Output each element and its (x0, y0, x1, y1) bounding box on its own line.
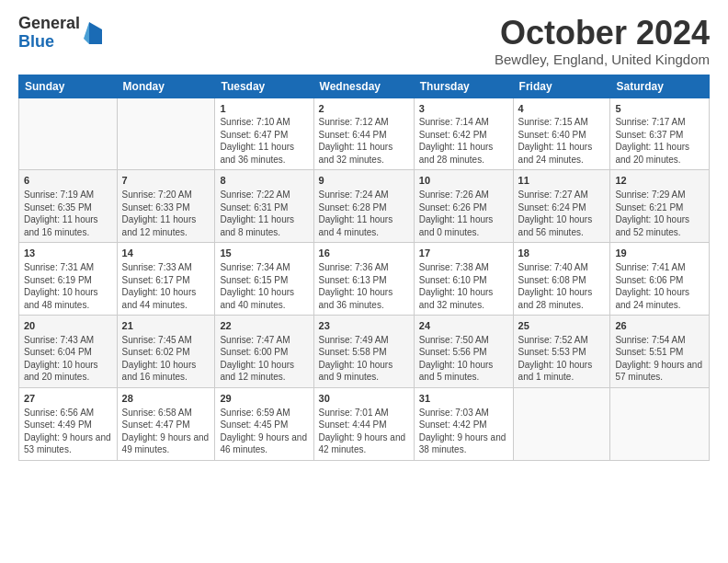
day-number: 16 (319, 247, 409, 260)
calendar-header-row: Sunday Monday Tuesday Wednesday Thursday… (19, 75, 710, 98)
day-info: Sunrise: 7:45 AM Sunset: 6:02 PM Dayligh… (122, 334, 210, 384)
day-info: Sunrise: 7:34 AM Sunset: 6:15 PM Dayligh… (220, 261, 308, 311)
day-info: Sunrise: 7:19 AM Sunset: 6:35 PM Dayligh… (24, 189, 112, 238)
day-number: 31 (419, 392, 508, 406)
calendar-week-row: 1Sunrise: 7:10 AM Sunset: 6:47 PM Daylig… (19, 98, 710, 170)
calendar-cell: 23Sunrise: 7:49 AM Sunset: 5:58 PM Dayli… (313, 316, 414, 388)
day-number: 21 (122, 319, 210, 333)
calendar-cell: 1Sunrise: 7:10 AM Sunset: 6:47 PM Daylig… (215, 98, 313, 170)
day-number: 7 (122, 174, 210, 188)
day-number: 2 (319, 102, 409, 116)
calendar-cell: 19Sunrise: 7:41 AM Sunset: 6:06 PM Dayli… (610, 243, 710, 316)
day-info: Sunrise: 7:17 AM Sunset: 6:37 PM Dayligh… (615, 116, 704, 166)
calendar-cell: 4Sunrise: 7:15 AM Sunset: 6:40 PM Daylig… (513, 98, 610, 170)
day-info: Sunrise: 7:26 AM Sunset: 6:26 PM Dayligh… (419, 189, 508, 238)
calendar-week-row: 27Sunrise: 6:56 AM Sunset: 4:49 PM Dayli… (19, 387, 710, 460)
day-number: 22 (220, 319, 308, 333)
location: Bewdley, England, United Kingdom (495, 52, 710, 67)
day-number: 4 (518, 102, 606, 116)
logo: General Blue (18, 15, 104, 52)
day-number: 11 (518, 174, 606, 188)
day-number: 29 (220, 392, 308, 406)
calendar-cell: 10Sunrise: 7:26 AM Sunset: 6:26 PM Dayli… (414, 170, 513, 243)
day-number: 15 (220, 247, 308, 260)
day-info: Sunrise: 7:31 AM Sunset: 6:19 PM Dayligh… (24, 261, 112, 311)
day-info: Sunrise: 6:56 AM Sunset: 4:49 PM Dayligh… (24, 407, 112, 456)
day-number: 12 (615, 174, 704, 188)
calendar-cell: 16Sunrise: 7:36 AM Sunset: 6:13 PM Dayli… (313, 243, 414, 316)
day-info: Sunrise: 7:27 AM Sunset: 6:24 PM Dayligh… (518, 189, 606, 238)
calendar-cell: 30Sunrise: 7:01 AM Sunset: 4:44 PM Dayli… (313, 387, 414, 460)
calendar-week-row: 20Sunrise: 7:43 AM Sunset: 6:04 PM Dayli… (19, 316, 710, 388)
logo-general: General (18, 15, 80, 33)
day-info: Sunrise: 7:29 AM Sunset: 6:21 PM Dayligh… (615, 189, 704, 238)
day-info: Sunrise: 6:59 AM Sunset: 4:45 PM Dayligh… (220, 407, 308, 456)
calendar-cell: 27Sunrise: 6:56 AM Sunset: 4:49 PM Dayli… (19, 387, 118, 460)
day-info: Sunrise: 7:41 AM Sunset: 6:06 PM Dayligh… (615, 261, 704, 311)
day-info: Sunrise: 7:52 AM Sunset: 5:53 PM Dayligh… (518, 334, 606, 384)
page: General Blue October 2024 Bewdley, Engla… (0, 0, 728, 470)
day-number: 25 (518, 319, 606, 333)
calendar-cell: 11Sunrise: 7:27 AM Sunset: 6:24 PM Dayli… (513, 170, 610, 243)
day-number: 23 (319, 319, 409, 333)
day-info: Sunrise: 7:03 AM Sunset: 4:42 PM Dayligh… (419, 407, 508, 456)
calendar-cell: 29Sunrise: 6:59 AM Sunset: 4:45 PM Dayli… (215, 387, 313, 460)
day-info: Sunrise: 7:15 AM Sunset: 6:40 PM Dayligh… (518, 116, 606, 166)
day-number: 6 (24, 174, 112, 188)
col-monday: Monday (117, 75, 215, 98)
calendar-cell: 7Sunrise: 7:20 AM Sunset: 6:33 PM Daylig… (117, 170, 215, 243)
day-info: Sunrise: 7:12 AM Sunset: 6:44 PM Dayligh… (319, 116, 409, 166)
col-friday: Friday (513, 75, 610, 98)
day-info: Sunrise: 7:14 AM Sunset: 6:42 PM Dayligh… (419, 116, 508, 166)
calendar-cell: 5Sunrise: 7:17 AM Sunset: 6:37 PM Daylig… (610, 98, 710, 170)
calendar-cell: 18Sunrise: 7:40 AM Sunset: 6:08 PM Dayli… (513, 243, 610, 316)
day-number: 17 (419, 247, 508, 260)
day-number: 20 (24, 319, 112, 333)
day-info: Sunrise: 7:38 AM Sunset: 6:10 PM Dayligh… (419, 261, 508, 311)
day-info: Sunrise: 7:33 AM Sunset: 6:17 PM Dayligh… (122, 261, 210, 311)
header: General Blue October 2024 Bewdley, Engla… (18, 15, 710, 67)
calendar-cell: 25Sunrise: 7:52 AM Sunset: 5:53 PM Dayli… (513, 316, 610, 388)
day-info: Sunrise: 7:36 AM Sunset: 6:13 PM Dayligh… (319, 261, 409, 311)
day-number: 1 (220, 102, 308, 116)
day-number: 30 (319, 392, 409, 406)
col-tuesday: Tuesday (215, 75, 313, 98)
day-info: Sunrise: 7:01 AM Sunset: 4:44 PM Dayligh… (319, 407, 409, 456)
day-info: Sunrise: 7:43 AM Sunset: 6:04 PM Dayligh… (24, 334, 112, 384)
day-info: Sunrise: 7:10 AM Sunset: 6:47 PM Dayligh… (220, 116, 308, 166)
day-info: Sunrise: 7:22 AM Sunset: 6:31 PM Dayligh… (220, 189, 308, 238)
logo-text: General Blue (18, 15, 80, 52)
logo-blue: Blue (18, 33, 80, 52)
col-saturday: Saturday (610, 75, 710, 98)
day-number: 8 (220, 174, 308, 188)
day-info: Sunrise: 7:47 AM Sunset: 6:00 PM Dayligh… (220, 334, 308, 384)
day-number: 13 (24, 247, 112, 260)
calendar-cell (19, 98, 118, 170)
logo-icon (82, 18, 104, 48)
day-number: 28 (122, 392, 210, 406)
calendar-cell (610, 387, 710, 460)
calendar-cell: 6Sunrise: 7:19 AM Sunset: 6:35 PM Daylig… (19, 170, 118, 243)
calendar-cell: 15Sunrise: 7:34 AM Sunset: 6:15 PM Dayli… (215, 243, 313, 316)
calendar-cell: 24Sunrise: 7:50 AM Sunset: 5:56 PM Dayli… (414, 316, 513, 388)
day-info: Sunrise: 7:24 AM Sunset: 6:28 PM Dayligh… (319, 189, 409, 238)
day-number: 27 (24, 392, 112, 406)
title-section: October 2024 Bewdley, England, United Ki… (495, 15, 710, 67)
calendar-cell: 3Sunrise: 7:14 AM Sunset: 6:42 PM Daylig… (414, 98, 513, 170)
day-number: 18 (518, 247, 606, 260)
calendar-table: Sunday Monday Tuesday Wednesday Thursday… (18, 75, 710, 461)
calendar-cell: 8Sunrise: 7:22 AM Sunset: 6:31 PM Daylig… (215, 170, 313, 243)
calendar-cell: 28Sunrise: 6:58 AM Sunset: 4:47 PM Dayli… (117, 387, 215, 460)
day-number: 5 (615, 102, 704, 116)
svg-marker-0 (89, 22, 102, 44)
calendar-cell: 21Sunrise: 7:45 AM Sunset: 6:02 PM Dayli… (117, 316, 215, 388)
day-number: 3 (419, 102, 508, 116)
calendar-cell: 13Sunrise: 7:31 AM Sunset: 6:19 PM Dayli… (19, 243, 118, 316)
day-info: Sunrise: 7:20 AM Sunset: 6:33 PM Dayligh… (122, 189, 210, 238)
calendar-week-row: 13Sunrise: 7:31 AM Sunset: 6:19 PM Dayli… (19, 243, 710, 316)
day-number: 10 (419, 174, 508, 188)
calendar-cell: 2Sunrise: 7:12 AM Sunset: 6:44 PM Daylig… (313, 98, 414, 170)
day-number: 26 (615, 319, 704, 333)
day-number: 19 (615, 247, 704, 260)
calendar-cell: 31Sunrise: 7:03 AM Sunset: 4:42 PM Dayli… (414, 387, 513, 460)
